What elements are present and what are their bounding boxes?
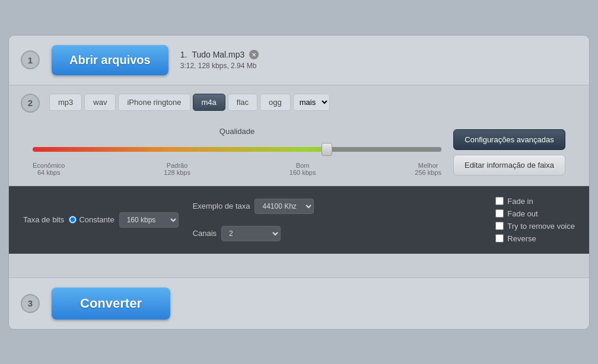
app-container: 1 Abrir arquivos 1. Tudo Mal.mp3 ✕ 3:12,… bbox=[8, 35, 590, 330]
step-2-badge: 2 bbox=[21, 94, 40, 113]
reverse-text: Reverse bbox=[507, 234, 536, 243]
label-economico: Econômico 64 kbps bbox=[33, 162, 65, 176]
remove-voice-text: Try to remove voice bbox=[507, 222, 575, 231]
taxa-label: Taxa de bits bbox=[23, 215, 64, 224]
taxa-select[interactable]: 160 kbps 64 kbps 128 kbps 192 kbps 256 k… bbox=[119, 212, 179, 228]
remove-file-icon[interactable]: ✕ bbox=[249, 50, 259, 59]
slider-track bbox=[33, 147, 441, 152]
tab-iphone-ringtone[interactable]: iPhone ringtone bbox=[118, 94, 190, 111]
section-advanced: Taxa de bits Constante 160 kbps 64 kbps … bbox=[9, 186, 589, 254]
quality-section: Qualidade Econômico 64 kbps Padrão 128 k… bbox=[21, 121, 577, 186]
file-name-row: 1. Tudo Mal.mp3 ✕ bbox=[180, 50, 259, 59]
step-1-badge: 1 bbox=[21, 50, 40, 69]
more-formats-select[interactable]: mais bbox=[293, 94, 330, 111]
fade-out-text: Fade out bbox=[507, 209, 537, 218]
fade-out-label[interactable]: Fade out bbox=[495, 209, 575, 218]
tab-ogg[interactable]: ogg bbox=[260, 94, 291, 111]
reverse-label[interactable]: Reverse bbox=[495, 234, 575, 243]
advanced-row: Taxa de bits Constante 160 kbps 64 kbps … bbox=[23, 197, 575, 243]
slider-track-gray bbox=[327, 147, 441, 152]
tab-wav[interactable]: wav bbox=[84, 94, 116, 111]
checkboxes-group: Fade in Fade out Try to remove voice Rev… bbox=[495, 197, 575, 243]
spacer bbox=[9, 254, 589, 277]
file-name: Tudo Mal.mp3 bbox=[192, 50, 244, 59]
tab-m4a[interactable]: m4a bbox=[193, 94, 225, 111]
tab-flac[interactable]: flac bbox=[228, 94, 257, 111]
exemplo-group: Exemplo de taxa 44100 Khz 22050 Khz 4800… bbox=[193, 199, 314, 214]
file-info: 1. Tudo Mal.mp3 ✕ 3:12, 128 kbps, 2.94 M… bbox=[180, 50, 259, 70]
constante-radio[interactable] bbox=[69, 216, 77, 223]
exemplo-label: Exemplo de taxa bbox=[193, 202, 250, 210]
quality-left: Qualidade Econômico 64 kbps Padrão 128 k… bbox=[33, 127, 441, 176]
constante-label: Constante bbox=[79, 215, 114, 224]
label-padrao: Padrão 128 kbps bbox=[164, 162, 190, 176]
edit-track-info-button[interactable]: Editar informação de faixa bbox=[453, 155, 565, 175]
convert-button[interactable]: Converter bbox=[52, 288, 170, 320]
section-3: 3 Converter bbox=[9, 277, 589, 329]
constante-radio-label[interactable]: Constante bbox=[69, 215, 114, 224]
format-tabs: mp3 wav iPhone ringtone m4a flac ogg mai… bbox=[49, 94, 330, 111]
quality-slider-container[interactable] bbox=[33, 141, 441, 158]
canais-label: Canais bbox=[193, 229, 217, 238]
reverse-checkbox[interactable] bbox=[495, 234, 504, 242]
slider-thumb[interactable] bbox=[322, 143, 332, 156]
slider-labels: Econômico 64 kbps Padrão 128 kbps Bom 16… bbox=[33, 162, 441, 176]
canais-group: Canais 2 1 bbox=[193, 226, 314, 241]
canais-select[interactable]: 2 1 bbox=[221, 226, 281, 241]
section-2-header: 2 mp3 wav iPhone ringtone m4a flac ogg m… bbox=[21, 94, 577, 113]
open-files-button[interactable]: Abrir arquivos bbox=[52, 45, 168, 75]
file-meta: 3:12, 128 kbps, 2.94 Mb bbox=[180, 62, 259, 70]
section-1: 1 Abrir arquivos 1. Tudo Mal.mp3 ✕ 3:12,… bbox=[9, 36, 589, 85]
quality-right: Configurações avançadas Editar informaçã… bbox=[453, 127, 565, 175]
tab-mp3[interactable]: mp3 bbox=[49, 94, 82, 111]
advanced-config-button[interactable]: Configurações avançadas bbox=[453, 129, 565, 150]
fade-in-text: Fade in bbox=[507, 197, 533, 206]
bitrate-group: Taxa de bits Constante 160 kbps 64 kbps … bbox=[23, 212, 179, 228]
remove-voice-label[interactable]: Try to remove voice bbox=[495, 222, 575, 231]
fade-out-checkbox[interactable] bbox=[495, 209, 504, 218]
exemplo-select[interactable]: 44100 Khz 22050 Khz 48000 Khz bbox=[255, 199, 314, 214]
quality-label: Qualidade bbox=[33, 127, 441, 136]
label-bom: Bom 160 kbps bbox=[290, 162, 316, 176]
label-melhor: Melhor 256 kbps bbox=[415, 162, 441, 176]
remove-voice-checkbox[interactable] bbox=[495, 222, 504, 230]
section-2: 2 mp3 wav iPhone ringtone m4a flac ogg m… bbox=[9, 85, 589, 186]
fade-in-label[interactable]: Fade in bbox=[495, 197, 575, 206]
step-3-badge: 3 bbox=[21, 294, 40, 313]
file-number: 1. bbox=[180, 50, 187, 59]
fade-in-checkbox[interactable] bbox=[495, 197, 504, 205]
